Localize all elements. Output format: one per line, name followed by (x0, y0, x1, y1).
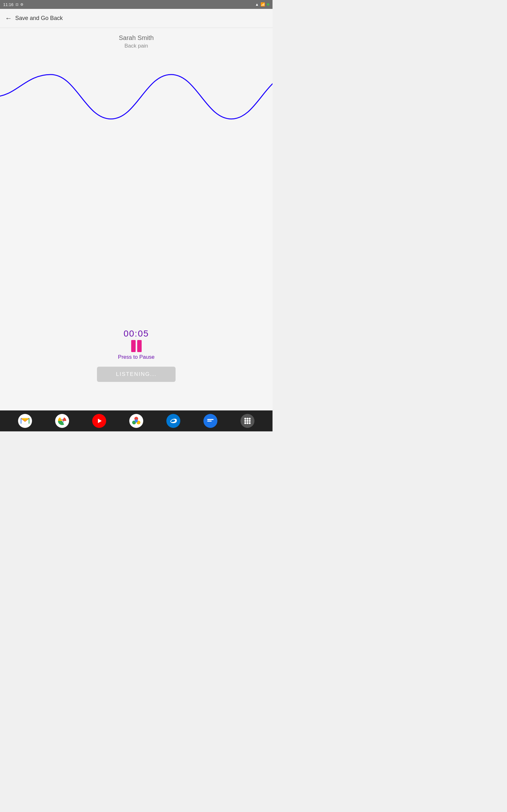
svg-rect-13 (207, 420, 212, 421)
photos-app-icon[interactable] (129, 414, 143, 428)
pause-bars-icon (131, 340, 142, 352)
settings-icon: ⚙ (20, 3, 23, 7)
launcher-app-icon[interactable] (240, 414, 255, 428)
svg-rect-12 (207, 419, 214, 420)
svg-point-18 (246, 420, 248, 422)
timer-display: 00:05 (124, 328, 149, 339)
wifi-icon: ▲ (255, 2, 259, 7)
main-content: Sarah Smith Back pain 00:05 Press to Pau… (0, 28, 273, 410)
chrome-app-icon[interactable] (55, 414, 69, 428)
press-to-pause-label: Press to Pause (118, 354, 154, 360)
svg-point-14 (244, 418, 246, 420)
gmail-app-icon[interactable] (18, 414, 32, 428)
controls-wrapper: 00:05 Press to Pause LISTENING... (0, 328, 273, 382)
nav-bar: ← Save and Go Back (0, 9, 273, 28)
messages-app-icon[interactable] (204, 414, 217, 428)
patient-info: Sarah Smith Back pain (119, 34, 154, 49)
svg-point-21 (246, 422, 248, 424)
patient-condition: Back pain (119, 43, 154, 49)
waveform-svg (0, 65, 273, 129)
nav-title: Save and Go Back (15, 15, 63, 21)
status-time: 11:16 (3, 2, 14, 7)
waveform-container (0, 65, 273, 129)
svg-point-17 (244, 420, 246, 422)
svg-point-22 (249, 422, 250, 424)
signal-icon: 📶 (261, 2, 265, 7)
edge-app-icon[interactable] (166, 414, 180, 428)
svg-point-20 (244, 422, 246, 424)
listening-button[interactable]: LISTENING... (97, 367, 176, 382)
pause-bar-left (131, 340, 135, 352)
status-bar-right: ▲ 📶 (255, 2, 269, 7)
youtube-app-icon[interactable] (92, 414, 106, 428)
back-arrow-icon: ← (5, 14, 12, 22)
svg-point-15 (246, 418, 248, 420)
pause-bar-right (137, 340, 142, 352)
patient-name: Sarah Smith (119, 34, 154, 42)
bottom-nav (0, 410, 273, 432)
pause-button[interactable] (130, 339, 143, 353)
svg-point-19 (249, 420, 250, 422)
status-bar-left: 11:16 ⊡ ⚙ (3, 2, 23, 7)
status-bar: 11:16 ⊡ ⚙ ▲ 📶 (0, 0, 273, 9)
save-and-go-back-button[interactable]: ← Save and Go Back (5, 14, 63, 22)
battery-dot (267, 3, 269, 6)
cast-icon: ⊡ (15, 3, 18, 7)
svg-point-16 (249, 418, 250, 420)
svg-point-9 (135, 419, 138, 422)
